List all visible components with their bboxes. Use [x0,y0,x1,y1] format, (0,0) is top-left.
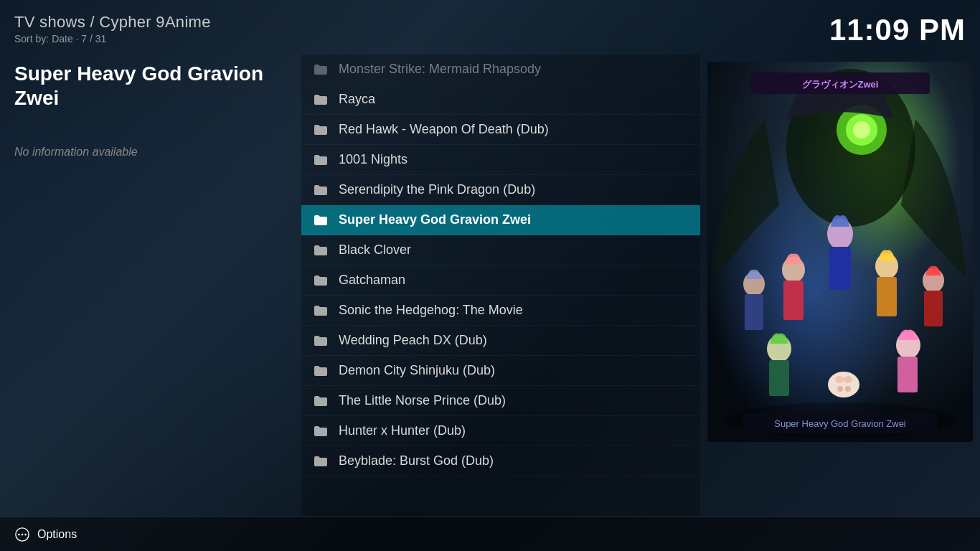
list-item-label: Hunter x Hunter (Dub) [339,423,466,438]
header: TV shows / Cypher 9Anime Sort by: Date ·… [0,0,980,55]
list-item[interactable]: The Little Norse Prince (Dub) [301,386,700,416]
svg-point-32 [18,533,20,535]
list-item[interactable]: Gatchaman [301,265,700,296]
folder-icon [313,93,329,106]
options-label: Options [37,528,77,541]
list-item[interactable]: Black Clover [301,235,700,265]
svg-point-22 [837,386,843,392]
svg-point-34 [24,533,27,535]
folder-icon [313,334,329,347]
folder-icon [313,123,329,136]
list-item[interactable]: Red Hawk - Weapon Of Death (Dub) [301,115,700,145]
bottom-bar: Options [0,517,980,551]
svg-point-6 [853,121,870,138]
folder-icon [313,304,329,317]
list-item[interactable]: Demon City Shinjuku (Dub) [301,356,700,386]
list-item-label: The Little Norse Prince (Dub) [339,393,506,408]
thumbnail-panel: グラヴィオンZwei [700,55,980,517]
list-item[interactable]: Sonic the Hedgehog: The Movie [301,296,700,326]
list-item-label: Gatchaman [339,273,405,288]
list-item[interactable]: Rayca [301,85,700,115]
svg-point-19 [828,372,859,397]
thumbnail-image: グラヴィオンZwei [707,62,973,442]
list-item[interactable]: Hunter x Hunter (Dub) [301,416,700,446]
folder-icon [313,425,329,438]
svg-point-23 [845,386,851,392]
folder-icon [313,244,329,257]
list-item-label: Serendipity the Pink Dragon (Dub) [339,182,535,197]
svg-rect-14 [877,277,897,316]
list-item[interactable]: Monster Strike: Mermaid Rhapsody [301,55,700,85]
info-panel: Super Heavy God Gravion Zwei No informat… [0,55,301,517]
list-panel: Monster Strike: Mermaid Rhapsody Rayca R… [301,55,700,517]
list-item[interactable]: Beyblade: Burst God (Dub) [301,446,700,476]
clock: 11:09 PM [829,13,966,47]
list-item-label: Red Hawk - Weapon Of Death (Dub) [339,122,549,137]
svg-rect-18 [924,291,943,326]
svg-rect-27 [897,357,918,392]
breadcrumb: TV shows / Cypher 9Anime [14,13,211,32]
list-item-label: Beyblade: Burst God (Dub) [339,453,494,468]
list-item-label: 1001 Nights [339,152,407,167]
main-layout: TV shows / Cypher 9Anime Sort by: Date ·… [0,0,980,551]
svg-rect-10 [829,247,851,290]
svg-point-21 [844,376,852,383]
svg-rect-12 [783,281,804,320]
anime-art-svg: グラヴィオンZwei [707,62,973,442]
folder-icon [313,395,329,408]
main-content: Super Heavy God Gravion Zwei No informat… [0,55,980,517]
svg-rect-16 [745,294,763,330]
anime-artwork: グラヴィオンZwei [707,62,973,442]
svg-text:Super Heavy God Gravion Zwei: Super Heavy God Gravion Zwei [774,418,906,429]
header-left: TV shows / Cypher 9Anime Sort by: Date ·… [14,13,211,44]
list-item[interactable]: Super Heavy God Gravion Zwei [301,205,700,235]
sort-info: Sort by: Date · 7 / 31 [14,33,211,44]
folder-icon [313,455,329,468]
list-item-label: Demon City Shinjuku (Dub) [339,363,495,378]
folder-icon [313,214,329,227]
options-button[interactable]: Options [14,527,77,542]
list-item-label: Rayca [339,92,375,107]
list-item-label: Wedding Peach DX (Dub) [339,333,487,348]
folder-icon [313,364,329,377]
svg-point-20 [835,376,844,383]
options-icon [14,527,30,542]
list-item-label: Black Clover [339,242,411,258]
folder-icon [313,63,329,76]
list-item-label: Sonic the Hedgehog: The Movie [339,303,523,318]
list-item[interactable]: Serendipity the Pink Dragon (Dub) [301,175,700,205]
list-item[interactable]: 1001 Nights [301,145,700,175]
list-item-label: Monster Strike: Mermaid Rhapsody [339,62,541,77]
folder-icon [313,154,329,166]
selected-item-title: Super Heavy God Gravion Zwei [14,62,287,110]
list-item-label: Super Heavy God Gravion Zwei [339,212,531,227]
svg-point-33 [22,533,24,535]
list-item[interactable]: Wedding Peach DX (Dub) [301,326,700,356]
svg-rect-25 [769,360,789,396]
folder-icon [313,274,329,287]
no-info-text: No information available [14,146,287,159]
svg-text:グラヴィオンZwei: グラヴィオンZwei [802,79,879,90]
folder-icon [313,184,329,197]
